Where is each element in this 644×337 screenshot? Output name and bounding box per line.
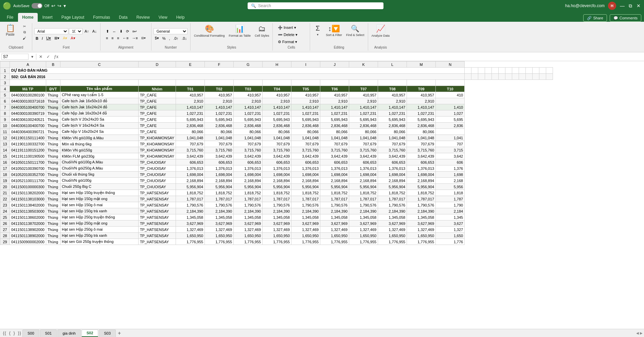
cell[interactable] (465, 74, 471, 80)
cell[interactable]: 1,790,576 (320, 202, 349, 208)
cell[interactable]: TP_KHOAIMONSAY (138, 135, 176, 141)
col-header-h[interactable]: H (263, 61, 291, 68)
cell[interactable] (526, 68, 533, 74)
cell[interactable]: KMôn FLM gói230g (60, 153, 138, 159)
cell[interactable]: 1,790,576 (176, 202, 205, 208)
cell[interactable]: 1,818,752 (320, 190, 349, 196)
copy-button[interactable]: ⧉ (19, 30, 30, 35)
cell[interactable]: 3,627,969 (349, 220, 378, 227)
cell[interactable]: 1,787,017 (349, 196, 378, 202)
cell[interactable]: Cafe hộp Jak 16x20x24 đỏ (60, 110, 138, 117)
row-header-12[interactable]: 12 (0, 135, 10, 141)
cell[interactable]: 1,776,955 (378, 239, 407, 245)
cell[interactable]: TP_KHOAIMONSAY (138, 147, 176, 153)
tab-view[interactable]: View (155, 13, 172, 22)
cell[interactable]: 1,787,017 (234, 196, 263, 202)
cell[interactable]: 1,041,048 (234, 135, 263, 141)
row-header-24[interactable]: 24 (0, 208, 10, 214)
cell[interactable]: Thùng (46, 135, 60, 141)
cell[interactable]: 2,184,390 (291, 208, 320, 214)
cell[interactable]: 0440306100400700 (10, 123, 46, 129)
formula-input[interactable] (61, 54, 643, 59)
cell[interactable]: 3,627,969 (205, 220, 234, 227)
cell[interactable]: T10 (436, 86, 465, 92)
cell[interactable]: 0411901100332700 (10, 141, 46, 147)
cell[interactable]: 2,184,390 (320, 208, 349, 214)
cell[interactable]: 1,027,231 (349, 110, 378, 117)
cell[interactable]: 5,956,904 (349, 184, 378, 190)
cell[interactable]: 707 (436, 141, 465, 147)
cell[interactable]: 80,066 (349, 129, 378, 135)
row-header-14[interactable]: 14 (0, 147, 10, 153)
cell[interactable]: 3,642,439 (320, 153, 349, 159)
cell[interactable]: Chuối xã thùng 5kg (60, 172, 138, 178)
cell[interactable]: Hạt sen Hộp 150g ô mai (60, 202, 138, 208)
cell[interactable]: 707,679 (234, 141, 263, 147)
cell[interactable]: 2,168,894 (349, 178, 378, 184)
cell[interactable] (436, 129, 465, 135)
cell[interactable]: 1,327,469 (205, 227, 234, 233)
row-header-6[interactable]: 6 (0, 98, 10, 104)
tab-data[interactable]: Data (115, 13, 131, 22)
cell[interactable]: 5,956,904 (291, 184, 320, 190)
cell[interactable]: 1,776 (436, 239, 465, 245)
italic-btn[interactable]: I (40, 36, 44, 41)
cell[interactable]: TP_HATSENSAY (138, 233, 176, 239)
align-right-btn[interactable]: ≡ (115, 35, 120, 41)
cell[interactable]: 1,818,752 (407, 190, 436, 196)
sheet-tab-gia-dinh[interactable]: gia dinh (57, 330, 81, 337)
cell[interactable]: 606,653 (349, 159, 378, 165)
cell[interactable]: Thùng (46, 190, 60, 196)
cell[interactable]: 2,910 (320, 98, 349, 104)
comma-btn[interactable]: , (168, 36, 172, 41)
cell[interactable]: 1,410,147 (320, 104, 349, 110)
cell[interactable]: 3,627,969 (291, 220, 320, 227)
cell[interactable]: 3,715 (436, 147, 465, 153)
cell[interactable]: T07 (349, 86, 378, 92)
font-name-select[interactable]: Arial (34, 28, 68, 34)
sheet-tab-s00[interactable]: S00 (22, 330, 39, 337)
cell[interactable]: 1,327,469 (407, 227, 436, 233)
cell[interactable]: Hạt sen Hộp 250g truyện thống (60, 214, 138, 220)
cell[interactable]: TP_CAFE (138, 92, 176, 98)
col-header-d[interactable]: D (138, 61, 176, 68)
cell[interactable]: 1,698,004 (176, 172, 205, 178)
confirm-formula-btn[interactable]: ✓ (45, 54, 51, 59)
cell[interactable] (291, 80, 320, 86)
row-header-7[interactable]: 7 (0, 104, 10, 110)
cell[interactable] (263, 80, 291, 86)
cell[interactable]: 606,653 (234, 159, 263, 165)
cell[interactable]: 5,695,943 (378, 117, 407, 123)
sheet-tab-s01[interactable]: S01 (40, 330, 57, 337)
cell[interactable]: 1,650 (436, 233, 465, 239)
col-header-k[interactable]: K (349, 61, 378, 68)
cell[interactable]: TP_HATSENSAY (138, 202, 176, 208)
cell[interactable]: 2,836,468 (291, 123, 320, 129)
cell[interactable]: Nhóm (138, 86, 176, 92)
cell[interactable]: 1,787,017 (263, 196, 291, 202)
cell[interactable]: ChuốiVN gói100g A.Màu (60, 159, 138, 165)
cell[interactable]: 1,345,058 (205, 214, 234, 220)
row-header-13[interactable]: 13 (0, 141, 10, 147)
cell[interactable]: 410,957 (291, 92, 320, 98)
horizontal-scroll[interactable]: ◀ ▶ (636, 331, 643, 335)
analyze-data-btn[interactable]: 📈 Analyze Data (370, 24, 391, 38)
cell[interactable]: 1,027,231 (291, 110, 320, 117)
cell[interactable]: 3,627,969 (320, 220, 349, 227)
cell[interactable]: 2,184,390 (349, 208, 378, 214)
row-header-9[interactable]: 9 (0, 117, 10, 123)
cell[interactable]: Hạt sen Hộp 150g mật ong (60, 196, 138, 202)
cell[interactable]: Cafe bịch Jak 16x24x24 đỏ (60, 104, 138, 110)
fill-color-btn[interactable]: A▾ (61, 35, 69, 41)
cell[interactable] (539, 68, 546, 74)
cell[interactable]: 1,790,576 (407, 202, 436, 208)
cell[interactable]: 1,376,013 (291, 165, 320, 172)
tab-help[interactable]: Help (172, 13, 189, 22)
cell[interactable]: 1,787,017 (378, 196, 407, 202)
cell[interactable]: 3,627,969 (263, 220, 291, 227)
cell[interactable]: 2,168,894 (407, 178, 436, 184)
cell[interactable]: Thùng (46, 165, 60, 172)
cell[interactable]: TP_CAFE (138, 123, 176, 129)
wrap-text-btn[interactable]: ≡↵ (131, 29, 139, 34)
cell[interactable]: 1,410 (436, 104, 465, 110)
